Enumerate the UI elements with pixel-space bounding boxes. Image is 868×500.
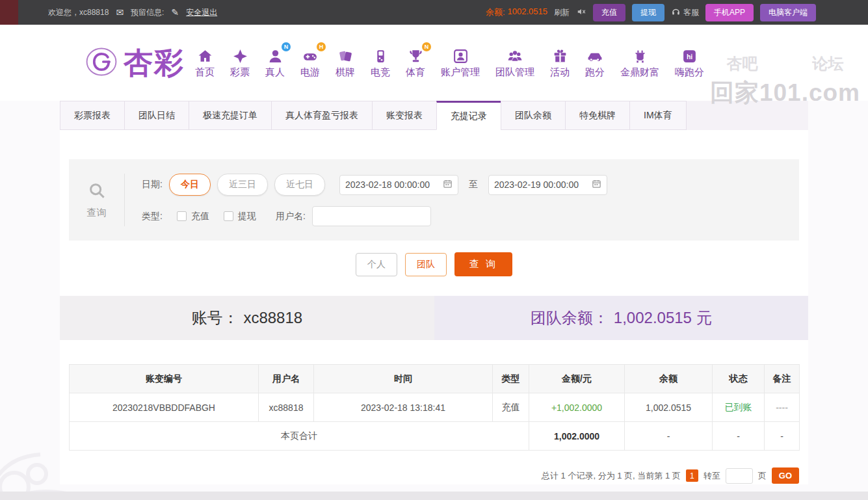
- withdraw-checkbox-item[interactable]: 提现: [224, 211, 256, 222]
- date-to-picker[interactable]: 2023-02-19 00:00:00: [488, 175, 607, 195]
- query-side-label: 查询: [87, 207, 107, 219]
- username-label: 用户名:: [276, 211, 306, 222]
- nav-item-paofen[interactable]: 跑分: [585, 47, 605, 79]
- nav-item-live[interactable]: N 真人: [265, 47, 285, 79]
- nav-label: 跑分: [585, 66, 605, 79]
- balance-value: 1002.0515: [508, 7, 547, 18]
- customer-service[interactable]: 客服: [671, 7, 699, 18]
- edit-icon[interactable]: ✎: [171, 7, 179, 18]
- tab-lottery-report[interactable]: 彩票报表: [60, 101, 125, 130]
- username-input[interactable]: [312, 206, 431, 226]
- nav-label: 体育: [406, 66, 425, 79]
- tab-live-sports-pl[interactable]: 真人体育盈亏报表: [271, 101, 373, 130]
- nav-label: 真人: [265, 66, 285, 79]
- nav-item-lottery[interactable]: 彩票: [230, 47, 250, 79]
- account-summary: 账号： xc88818 团队余额： 1,002.0515 元: [60, 296, 808, 340]
- col-balance: 余额: [625, 365, 713, 393]
- tab-deposit-records[interactable]: 充提记录: [436, 101, 501, 130]
- table-total-row: 本页合计 1,002.0000 - - -: [70, 422, 800, 451]
- date-from-picker[interactable]: 2023-02-18 00:00:00: [339, 175, 458, 195]
- nav-item-chess[interactable]: 棋牌: [335, 47, 355, 79]
- logout-link[interactable]: 安全退出: [186, 7, 217, 18]
- account-value: xc88818: [243, 309, 302, 327]
- cell-username: xc88818: [259, 393, 314, 422]
- cell-type: 充值: [493, 393, 529, 422]
- nav-label: 棋牌: [335, 66, 355, 79]
- withdraw-button[interactable]: 提现: [632, 4, 664, 21]
- pc-client-button[interactable]: 电脑客户端: [760, 4, 816, 21]
- main-card: 查询 日期: 今日 近三日 近七日 2023-02-18 00:00:00 至: [60, 130, 808, 484]
- account-label: 账号：: [191, 308, 238, 328]
- col-amount: 金额/元: [529, 365, 625, 393]
- hot-badge: H: [317, 42, 326, 51]
- total-label: 本页合计: [70, 422, 529, 451]
- tab-im-sports[interactable]: IM体育: [629, 101, 687, 130]
- col-remark: 备注: [765, 365, 800, 393]
- nav-item-egames[interactable]: H 电游: [300, 47, 320, 79]
- nav-item-team[interactable]: 团队管理: [495, 47, 534, 79]
- team-people-icon: [506, 47, 523, 64]
- nav-label: 首页: [195, 66, 215, 79]
- total-status-placeholder: -: [713, 422, 765, 451]
- trophy-icon: [408, 47, 424, 64]
- mute-icon[interactable]: [576, 7, 586, 18]
- calendar-icon: [443, 179, 453, 191]
- cards-icon: [337, 47, 354, 64]
- hi-app-icon: hi: [681, 47, 698, 64]
- watermark-left-text: 杏吧: [726, 53, 757, 74]
- query-side-block[interactable]: 查询: [69, 174, 125, 226]
- calendar-icon: [592, 179, 601, 191]
- tab-team-balance[interactable]: 团队余额: [501, 101, 566, 130]
- table-header-row: 账变编号 用户名 时间 类型 金额/元 余额 状态 备注: [70, 365, 800, 393]
- range-3days-button[interactable]: 近三日: [217, 174, 268, 196]
- deposit-button[interactable]: 充值: [593, 4, 625, 21]
- nav-item-home[interactable]: 首页: [195, 47, 215, 79]
- tab-fast-orders[interactable]: 极速充提订单: [189, 101, 272, 130]
- type-label: 类型:: [135, 211, 163, 222]
- tripod-icon: [632, 47, 648, 64]
- deposit-checkbox-item[interactable]: 充值: [177, 211, 209, 222]
- mobile-app-button[interactable]: 手机APP: [705, 4, 754, 21]
- tab-team-daily[interactable]: 团队日结: [124, 101, 189, 130]
- nav-item-hipaofen[interactable]: hi 嗨跑分: [675, 47, 704, 79]
- go-button[interactable]: GO: [772, 467, 799, 484]
- total-balance-placeholder: -: [625, 422, 713, 451]
- team-balance-block: 团队余额： 1,002.0515 元: [434, 296, 809, 340]
- team-button[interactable]: 团队: [405, 253, 447, 276]
- refresh-link[interactable]: 刷新: [554, 7, 570, 18]
- query-button[interactable]: 查 询: [454, 252, 512, 276]
- table-row: 20230218VBBDDFABGH xc88818 2023-02-18 13…: [70, 393, 800, 422]
- console-icon: [373, 47, 389, 64]
- filter-rows: 日期: 今日 近三日 近七日 2023-02-18 00:00:00 至 202…: [125, 174, 799, 226]
- nav-item-wealth[interactable]: 金鼎财富: [620, 47, 659, 79]
- nav-item-esports[interactable]: 电竞: [371, 47, 390, 79]
- current-page-button[interactable]: 1: [686, 469, 698, 482]
- topbar-left: 欢迎您，xc88818 ✉ 预留信息: ✎ 安全退出: [48, 7, 217, 18]
- balance-display: 余额: 1002.0515: [486, 7, 547, 18]
- site-logo[interactable]: 杏彩: [83, 44, 185, 83]
- tab-special-chess[interactable]: 特免棋牌: [565, 101, 630, 130]
- nav-item-account[interactable]: 账户管理: [441, 47, 480, 79]
- page-jump-input[interactable]: [726, 468, 753, 484]
- action-buttons: 个人 团队 查 询: [60, 252, 808, 276]
- personal-button[interactable]: 个人: [356, 253, 397, 276]
- tab-account-change[interactable]: 账变报表: [372, 101, 437, 130]
- mail-icon[interactable]: ✉: [116, 7, 124, 18]
- watermark-right-text: 论坛: [812, 53, 843, 74]
- footer-band: [0, 492, 868, 500]
- lottery-icon: [232, 47, 248, 64]
- date-from-value: 2023-02-18 00:00:00: [345, 179, 430, 190]
- nav-item-sports[interactable]: N 体育: [406, 47, 425, 79]
- search-icon: [87, 181, 107, 202]
- range-7days-button[interactable]: 近七日: [274, 174, 325, 196]
- nav-label: 电游: [300, 66, 320, 79]
- cell-balance: 1,002.0515: [625, 393, 713, 422]
- pagination-summary: 总计 1 个记录, 分为 1 页, 当前第 1 页: [542, 470, 681, 482]
- range-today-button[interactable]: 今日: [169, 174, 211, 196]
- deposit-checkbox[interactable]: [177, 211, 187, 221]
- logo-text: 杏彩: [124, 44, 185, 83]
- main-nav: 首页 彩票 N 真人 H 电游 棋牌 电竞: [195, 47, 704, 79]
- nav-item-activity[interactable]: 活动: [550, 47, 570, 79]
- withdraw-checkbox[interactable]: [224, 211, 233, 221]
- col-status: 状态: [713, 365, 765, 393]
